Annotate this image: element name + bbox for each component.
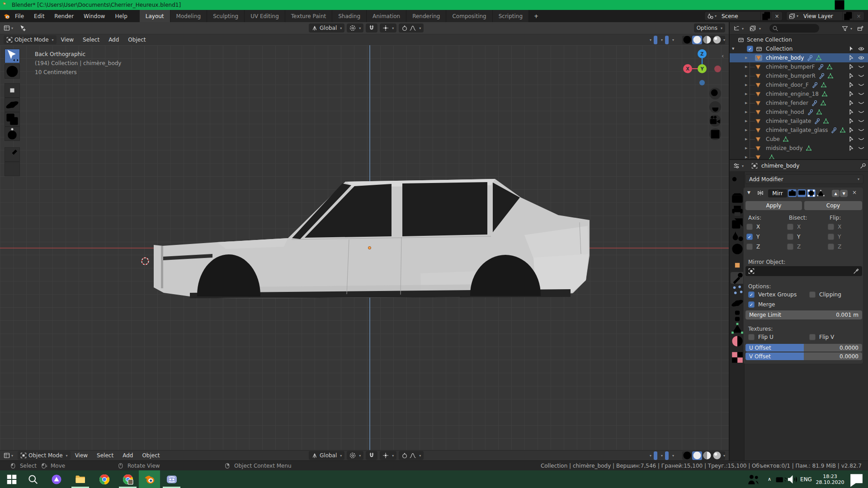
pivot-point-dropdown[interactable]: ▾ — [347, 23, 363, 33]
checkbox[interactable] — [787, 244, 793, 250]
shading-solid-icon[interactable] — [692, 451, 702, 460]
show-object-types-icon[interactable] — [642, 451, 646, 460]
properties-tab-material[interactable] — [731, 335, 744, 347]
proportional-editing-dropdown[interactable]: ▾ — [399, 23, 424, 33]
pointer-filled-icon[interactable] — [848, 46, 854, 52]
pointer-icon[interactable] — [848, 145, 854, 151]
action-center-icon[interactable] — [848, 470, 864, 488]
close-button[interactable] — [849, 0, 868, 10]
minimize-button[interactable] — [811, 0, 830, 10]
windows-start-taskbar-button[interactable] — [1, 470, 22, 488]
eye-closed-icon[interactable] — [858, 100, 864, 106]
navigation-gizmo[interactable]: Z X Y — [678, 45, 728, 89]
mirror-axis-y-checkbox[interactable]: ✓Y — [746, 234, 760, 240]
checkbox[interactable] — [828, 244, 834, 250]
mirror-bisect-y-checkbox[interactable]: Y — [787, 234, 800, 240]
checkbox[interactable] — [787, 234, 793, 240]
blender-logo-taskbar-button[interactable] — [139, 470, 160, 488]
snap-target-dropdown[interactable]: ▾ — [380, 23, 396, 33]
workspace-tab-scripting[interactable]: Scripting — [493, 10, 529, 22]
yandex-alice-taskbar-button[interactable] — [46, 470, 67, 488]
outliner-row[interactable]: Scene Collection — [730, 35, 868, 44]
outliner-row[interactable]: ▶Cube — [730, 135, 868, 144]
new-collection-icon[interactable] — [857, 25, 863, 32]
expand-arrow-icon[interactable]: ▶ — [745, 56, 747, 60]
pointer-icon[interactable] — [848, 55, 854, 61]
shading-wireframe-icon[interactable] — [682, 451, 692, 460]
outliner-row[interactable]: ▶chimère_bumperR — [730, 71, 868, 80]
gizmos-toggle-icon[interactable] — [654, 36, 657, 44]
xray-toggle-icon[interactable] — [676, 451, 680, 460]
outliner-row[interactable]: ▶chimère_tailgate — [730, 117, 868, 126]
expand-arrow-icon[interactable]: ▶ — [745, 101, 747, 105]
overlays-toggle-icon[interactable] — [665, 451, 669, 460]
new-view-layer-button[interactable] — [842, 12, 853, 20]
workspace-tab-rendering[interactable]: Rendering — [406, 10, 446, 22]
editor-type-icon[interactable] — [4, 25, 10, 31]
checkbox[interactable]: ✓ — [746, 234, 753, 240]
mirror-axis-z-checkbox[interactable]: Z — [746, 244, 760, 250]
workspace-tab-texture-paint[interactable]: Texture Paint — [285, 10, 332, 22]
flip-u-checkbox[interactable]: Flip U — [748, 334, 774, 340]
merge-limit-slider[interactable]: Merge Limit 0.001 m — [745, 310, 862, 319]
outliner-row[interactable]: ▶chimère_door_F — [730, 80, 868, 89]
workspace-tab-sculpting[interactable]: Sculpting — [207, 10, 245, 22]
viewport-menu-object[interactable]: Object — [123, 37, 150, 43]
viewport-menu-add[interactable]: Add — [104, 37, 123, 43]
modifier-realtime-toggle[interactable] — [797, 189, 806, 197]
menu-window[interactable]: Window — [79, 13, 110, 19]
outliner-row[interactable]: ▶ — [730, 153, 868, 159]
properties-tab-output[interactable] — [731, 205, 744, 217]
menu-file[interactable]: File — [10, 13, 29, 19]
modifier-render-toggle[interactable] — [788, 189, 797, 197]
xray-toggle-icon[interactable] — [676, 36, 680, 44]
expand-arrow-icon[interactable]: ▼ — [732, 47, 734, 51]
pointer-icon[interactable] — [848, 73, 854, 79]
clipping-checkbox[interactable]: Clipping — [809, 291, 841, 298]
gizmo-axis-x-negative[interactable] — [714, 66, 721, 72]
viewport-3d[interactable]: Back Orthographic (194) Collection | chi… — [0, 45, 729, 450]
pointer-icon[interactable] — [848, 82, 854, 88]
flip-v-checkbox[interactable]: Flip V — [809, 334, 834, 340]
show-object-types-icon[interactable] — [642, 36, 646, 44]
modifier-editmode-toggle[interactable] — [807, 189, 816, 197]
pointer-icon[interactable] — [848, 64, 854, 70]
gizmo-axis-x[interactable]: X — [683, 64, 692, 73]
expand-arrow-icon[interactable]: ▶ — [745, 146, 747, 150]
viewport-menu-select[interactable]: Select — [78, 37, 104, 43]
camera-view-icon[interactable] — [709, 115, 721, 127]
eye-closed-icon[interactable] — [858, 73, 864, 79]
mirror-axis-x-checkbox[interactable]: X — [746, 224, 760, 230]
expand-arrow-icon[interactable]: ▼ — [747, 190, 750, 195]
modifier-cage-toggle[interactable] — [816, 189, 825, 197]
measure-tool[interactable] — [5, 162, 20, 176]
view-layer-selector[interactable]: ▾ View Layer × — [786, 11, 864, 21]
properties-tab-object[interactable] — [731, 259, 744, 271]
workspace-tab-layout[interactable]: Layout — [140, 10, 170, 22]
eye-closed-icon[interactable] — [858, 82, 864, 88]
checkbox[interactable] — [828, 234, 834, 240]
properties-tab-particles[interactable] — [731, 285, 744, 296]
menu-render[interactable]: Render — [49, 13, 79, 19]
transform-orientation-dropdown[interactable]: Global ▾ — [309, 23, 344, 33]
pointer-icon[interactable] — [848, 100, 854, 106]
gizmos-toggle-icon[interactable] — [654, 451, 657, 460]
network-icon[interactable] — [775, 470, 787, 488]
shading-wireframe-icon[interactable] — [682, 36, 692, 44]
properties-tab-object-data[interactable] — [731, 323, 744, 334]
outliner-search-input[interactable] — [769, 24, 819, 33]
collection-checkbox[interactable]: ✓ — [747, 46, 753, 52]
filter-collection-icon[interactable] — [750, 25, 756, 32]
expand-arrow-icon[interactable]: ▶ — [745, 119, 747, 123]
tray-expand-icon[interactable]: ∧ — [765, 470, 774, 488]
shading-solid-icon[interactable] — [692, 36, 702, 44]
pointer-icon[interactable] — [848, 109, 854, 115]
shading-material-icon[interactable] — [702, 36, 712, 44]
expand-arrow-icon[interactable]: ▶ — [745, 128, 747, 132]
volume-icon[interactable] — [787, 470, 798, 488]
outliner-row[interactable]: ▶chimère_fender — [730, 99, 868, 108]
blender-app-menu-icon[interactable] — [4, 13, 10, 19]
workspace-tab-shading[interactable]: Shading — [332, 10, 367, 22]
eye-closed-icon[interactable] — [858, 91, 864, 97]
mirror-flip-y-checkbox[interactable]: Y — [828, 234, 841, 240]
